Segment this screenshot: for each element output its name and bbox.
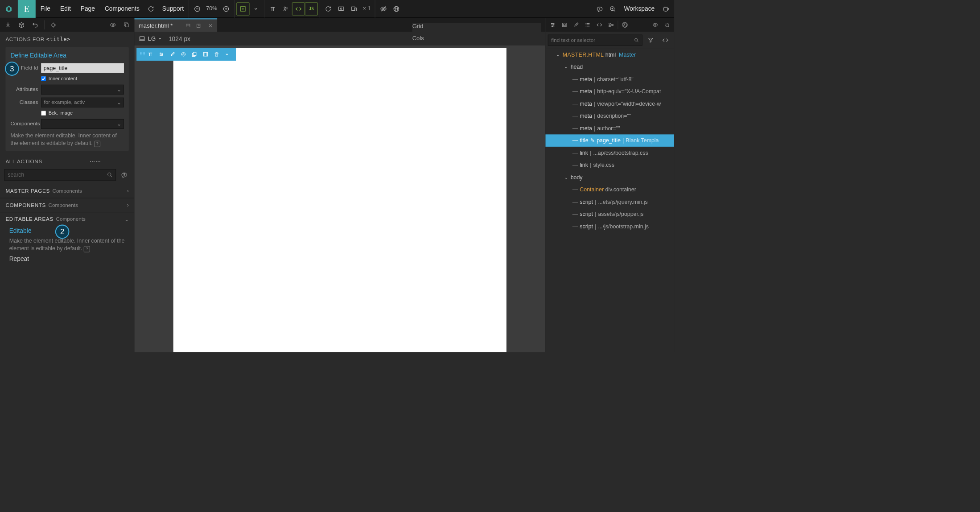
duplicate-tool-icon[interactable] xyxy=(192,52,200,57)
package-icon[interactable] xyxy=(16,19,27,30)
tree-head[interactable]: ⌄head xyxy=(545,61,674,73)
copy-panel-icon[interactable] xyxy=(661,19,672,30)
menu-page[interactable]: Page xyxy=(76,0,100,18)
device-icon[interactable] xyxy=(185,23,193,28)
refresh-icon[interactable] xyxy=(144,2,157,15)
eye-icon[interactable] xyxy=(107,19,119,30)
search-icon[interactable] xyxy=(634,38,639,43)
chevron-right-icon: › xyxy=(127,202,129,208)
components-select[interactable]: ⌄ xyxy=(41,119,124,129)
visibility-off-icon[interactable] xyxy=(377,2,390,15)
chevron-down-icon[interactable] xyxy=(249,2,262,15)
workspace-menu[interactable]: Workspace xyxy=(619,0,660,18)
bck-image-checkbox[interactable] xyxy=(41,111,46,116)
more-tool-icon[interactable] xyxy=(225,52,233,57)
cols-toggle[interactable]: Cols xyxy=(412,35,541,41)
coffee-icon[interactable] xyxy=(659,2,672,15)
tree-search-input[interactable] xyxy=(551,37,634,43)
code-panel-icon[interactable] xyxy=(594,19,605,30)
delete-tool-icon[interactable] xyxy=(214,52,222,57)
tree-meta-httpequiv[interactable]: —meta|http-equiv="X-UA-Compat xyxy=(545,85,674,98)
menu-file[interactable]: File xyxy=(36,0,55,18)
insert-icon[interactable] xyxy=(236,2,249,15)
text-icon[interactable] xyxy=(266,2,279,15)
help-icon[interactable]: ? xyxy=(94,141,100,147)
code-view-icon[interactable] xyxy=(659,34,672,47)
define-editable-title[interactable]: Define Editable Area xyxy=(10,52,124,59)
zoom-controls-icon[interactable] xyxy=(606,2,619,15)
grid-toggle[interactable]: Grid xyxy=(412,23,541,29)
filter-icon[interactable] xyxy=(644,34,657,47)
wordpress-icon[interactable] xyxy=(619,19,630,30)
tree-meta-author[interactable]: —meta|author="" xyxy=(545,122,674,135)
section-editable-areas[interactable]: EDITABLE AREAS Components ⌄ xyxy=(0,212,134,227)
box-icon[interactable] xyxy=(559,19,570,30)
editor-logo[interactable]: E xyxy=(18,0,36,18)
tab-filename: master.html * xyxy=(139,22,173,29)
chevron-down-icon[interactable] xyxy=(158,37,162,41)
tree-link-bootstrap[interactable]: —link|...ap/css/bootstrap.css xyxy=(545,147,674,159)
tree-script-jquery[interactable]: —script|...ets/js/jquery.min.js xyxy=(545,196,674,208)
tree-body[interactable]: ⌄body xyxy=(545,171,674,184)
puzzle-icon[interactable] xyxy=(48,19,59,30)
visual-helpers-icon[interactable] xyxy=(279,2,292,15)
pinegrow-logo[interactable] xyxy=(0,0,18,18)
attributes-select[interactable]: ⌄ xyxy=(41,85,124,95)
browser-preview-icon[interactable] xyxy=(335,2,348,15)
sliders-icon[interactable] xyxy=(547,19,558,30)
editable-desc: Make the element editable. Inner content… xyxy=(9,237,129,253)
feedback-icon[interactable] xyxy=(593,2,606,15)
field-id-input[interactable] xyxy=(41,63,124,73)
menu-components[interactable]: Components xyxy=(100,0,144,18)
drag-handle-icon[interactable]: ⋯⋯ xyxy=(90,158,101,165)
section-master-pages[interactable]: MASTER PAGES Components › xyxy=(0,184,134,198)
menu-support[interactable]: Support xyxy=(157,0,189,18)
tree-title[interactable]: 1 —title ✎ page_title|Blank Templa xyxy=(545,134,674,147)
download-icon[interactable] xyxy=(3,19,14,30)
external-icon[interactable] xyxy=(196,23,204,28)
repeat-action[interactable]: Repeat xyxy=(9,253,129,265)
help-icon[interactable]: ? xyxy=(84,246,90,252)
tree-script-bootstrap[interactable]: —script|.../js/bootstrap.min.js xyxy=(545,220,674,233)
responsive-icon[interactable] xyxy=(347,2,360,15)
zoom-out-icon[interactable] xyxy=(191,2,204,15)
tree-icon[interactable] xyxy=(605,19,617,30)
actions-search[interactable] xyxy=(4,169,116,181)
inner-content-checkbox[interactable] xyxy=(41,76,46,81)
settings-tool-icon[interactable] xyxy=(159,52,167,57)
list-icon[interactable] xyxy=(582,19,593,30)
text-tool-icon[interactable] xyxy=(148,52,156,57)
section-components[interactable]: COMPONENTS Components › xyxy=(0,198,134,212)
svg-point-19 xyxy=(600,9,600,10)
grip-icon[interactable]: ⠿⠿ xyxy=(140,52,144,57)
columns-tool-icon[interactable] xyxy=(203,52,211,57)
actions-search-input[interactable] xyxy=(8,172,107,178)
svg-rect-61 xyxy=(612,25,613,26)
copy-icon[interactable] xyxy=(121,19,132,30)
code-icon[interactable] xyxy=(292,2,305,15)
close-tab-icon[interactable]: ✕ xyxy=(208,22,213,29)
globe-icon[interactable] xyxy=(390,2,403,15)
reload-icon[interactable] xyxy=(322,2,335,15)
js-icon[interactable]: JS xyxy=(305,2,318,15)
file-tab[interactable]: master.html * ✕ xyxy=(134,18,217,32)
tree-script-popper[interactable]: —script|assets/js/popper.js xyxy=(545,208,674,220)
eye-panel-icon[interactable] xyxy=(650,19,661,30)
tree-meta-viewport[interactable]: —meta|viewport="width=device-w xyxy=(545,98,674,110)
actions-help-icon[interactable]: ? xyxy=(119,169,130,181)
page-canvas[interactable] xyxy=(173,48,506,352)
tree-meta-charset[interactable]: —meta|charset="utf-8" xyxy=(545,73,674,86)
tree-container[interactable]: —Container div.container xyxy=(545,183,674,196)
tree-link-style[interactable]: —link|style.css xyxy=(545,159,674,171)
canvas-width[interactable]: 1024 px xyxy=(169,35,190,42)
zoom-in-icon[interactable] xyxy=(220,2,233,15)
undo-icon[interactable] xyxy=(29,19,41,30)
target-tool-icon[interactable] xyxy=(181,52,189,57)
tree-meta-description[interactable]: —meta|description="" xyxy=(545,110,674,122)
brush-icon[interactable] xyxy=(571,19,582,30)
brush-tool-icon[interactable] xyxy=(169,52,177,57)
device-label[interactable]: LG xyxy=(148,35,156,42)
classes-select[interactable]: for example, activ⌄ xyxy=(41,98,124,107)
menu-edit[interactable]: Edit xyxy=(55,0,76,18)
tree-root[interactable]: ⌄ MASTER.HTML html Master xyxy=(545,49,674,61)
